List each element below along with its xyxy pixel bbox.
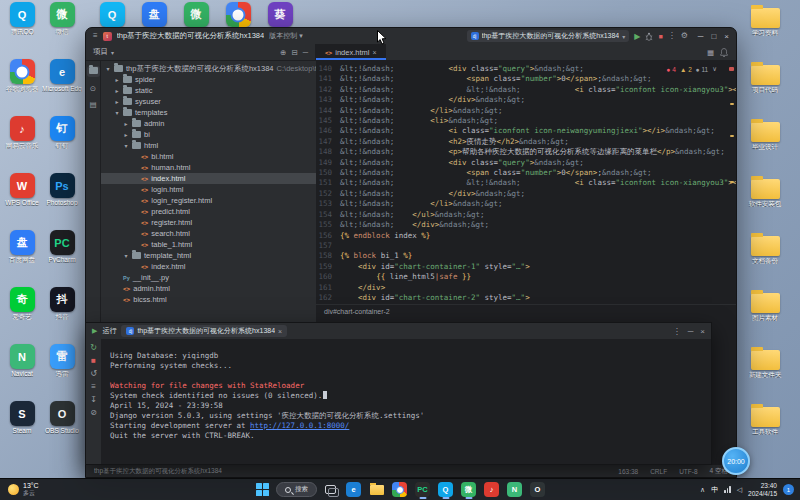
code-line[interactable]: 148&lt;!&ndash; <p>帮助各种疾控大数据的可视化分析系统等边缘距… bbox=[316, 147, 736, 157]
run-console[interactable]: Using Database: yiqingdbPerforming syste… bbox=[102, 339, 711, 464]
tray-clock[interactable]: 23:40 2024/4/15 bbox=[748, 482, 777, 497]
stop-button[interactable]: ■ bbox=[658, 33, 662, 40]
taskbar-weather[interactable]: 13°C 多云 bbox=[0, 482, 47, 497]
inspections-widget[interactable]: ● 4 ▲ 2 ● 11 ∨ bbox=[664, 64, 720, 74]
code-line[interactable]: 161 </div> bbox=[316, 283, 736, 293]
tree-item-html[interactable]: ▾html bbox=[101, 140, 316, 151]
tree-item-table_1.html[interactable]: <>table_1.html bbox=[101, 239, 316, 250]
tree-item-search.html[interactable]: <>search.html bbox=[101, 228, 316, 239]
desktop-icon-微信[interactable]: 微微信 bbox=[42, 2, 82, 59]
tree-item-sysuser[interactable]: ▸sysuser bbox=[101, 96, 316, 107]
desktop-icon-抖音[interactable]: 抖抖音 bbox=[42, 287, 82, 344]
taskbar-navicat[interactable]: N bbox=[505, 480, 524, 499]
taskbar-music[interactable]: ♪ bbox=[482, 480, 501, 499]
run-tab[interactable]: dj thp基于疾控大数据的可视化分析系统hx1384 × bbox=[121, 325, 287, 337]
tree-item-human.html[interactable]: <>human.html bbox=[101, 162, 316, 173]
more-options-icon[interactable]: ⋮ bbox=[673, 327, 681, 336]
network-icon[interactable] bbox=[724, 486, 731, 493]
desktop-icon-PyCharm[interactable]: PCPyCharm bbox=[42, 230, 82, 287]
stop-icon[interactable]: ■ bbox=[91, 356, 96, 365]
error-stripe[interactable] bbox=[727, 61, 736, 304]
start-button[interactable] bbox=[253, 480, 272, 499]
desktop-icon-网易云音乐[interactable]: ♪网易云音乐 bbox=[2, 116, 42, 173]
line-separator[interactable]: CRLF bbox=[650, 468, 667, 475]
code-line[interactable]: 152&lt;!&ndash; </div>&ndash;&gt; bbox=[316, 189, 736, 199]
tree-item-static[interactable]: ▸static bbox=[101, 85, 316, 96]
maximize-button[interactable]: □ bbox=[711, 32, 716, 41]
file-encoding[interactable]: UTF-8 bbox=[679, 468, 697, 475]
run-button[interactable]: ▶ bbox=[634, 32, 640, 41]
desktop-icon-钉钉[interactable]: 钉钉钉 bbox=[42, 116, 82, 173]
code-line[interactable]: 143&lt;!&ndash; </div>&ndash;&gt; bbox=[316, 95, 736, 105]
debug-button[interactable] bbox=[645, 32, 653, 41]
settings-gear-icon[interactable]: ⚙ bbox=[681, 32, 688, 40]
code-line[interactable]: 154&lt;!&ndash; </ul>&ndash;&gt; bbox=[316, 210, 736, 220]
close-button[interactable]: × bbox=[724, 32, 729, 41]
status-project-name[interactable]: thp基于疾控大数据的可视化分析系统hx1384 bbox=[94, 467, 222, 476]
console-link[interactable]: http://127.0.0.1:8000/ bbox=[250, 421, 349, 430]
tree-item-template_html[interactable]: ▾template_html bbox=[101, 250, 316, 261]
volume-icon[interactable]: ◁ bbox=[737, 486, 742, 494]
code-line[interactable]: 142&lt;!&ndash; &lt;!&ndash; <i class="i… bbox=[316, 85, 736, 95]
tree-item-bi[interactable]: ▸bi bbox=[101, 129, 316, 140]
code-line[interactable]: 158{% block bi_1 %} bbox=[316, 251, 736, 261]
restart-server-icon[interactable]: ↺ bbox=[90, 369, 97, 378]
code-line[interactable]: 156{% endblock index %} bbox=[316, 231, 736, 241]
taskbar-wechat[interactable]: 微 bbox=[459, 480, 478, 499]
code-area[interactable]: 140&lt;!&ndash; <div class="query">&ndas… bbox=[316, 61, 736, 304]
tree-item-templates[interactable]: ▾templates bbox=[101, 107, 316, 118]
tree-item-spider[interactable]: ▸spider bbox=[101, 74, 316, 85]
recording-timer[interactable]: 20:00 bbox=[722, 447, 750, 475]
ide-titlebar[interactable]: ≡ t thp基于疾控大数据的可视化分析系统hx1384 版本控制 ▾ dj t… bbox=[86, 28, 736, 44]
code-line[interactable]: 144&lt;!&ndash; </li>&ndash;&gt; bbox=[316, 106, 736, 116]
taskbar-qq[interactable]: Q bbox=[436, 480, 455, 499]
editor-tab-index-html[interactable]: <> index.html × bbox=[316, 44, 387, 60]
split-editor-icon[interactable]: ▦ bbox=[707, 48, 714, 57]
tree-item-admin[interactable]: ▸admin bbox=[101, 118, 316, 129]
chevron-down-icon[interactable]: ∨ bbox=[712, 65, 717, 73]
rerun-icon[interactable]: ↻ bbox=[90, 343, 97, 352]
tree-item-predict.html[interactable]: <>predict.html bbox=[101, 206, 316, 217]
caret-position[interactable]: 163:38 bbox=[618, 468, 638, 475]
tree-item-bi.html[interactable]: <>bi.html bbox=[101, 151, 316, 162]
tree-item-__init__.py[interactable]: Py__init__.py bbox=[101, 272, 316, 283]
desktop-icon-百度网盘[interactable]: 盘百度网盘 bbox=[2, 230, 42, 287]
main-menu-icon[interactable]: ≡ bbox=[93, 32, 98, 40]
scroll-to-end-icon[interactable]: ↧ bbox=[90, 395, 97, 404]
options-icon[interactable]: ≡ bbox=[91, 382, 96, 391]
desktop-icon-谷歌浏览器[interactable]: 谷歌浏览器 bbox=[2, 59, 42, 116]
desktop-folder-软件安装包[interactable]: 软件安装包 bbox=[745, 175, 785, 232]
code-line[interactable]: 157 bbox=[316, 241, 736, 251]
collapse-all-icon[interactable]: ⊟ bbox=[291, 48, 297, 57]
code-line[interactable]: 151&lt;!&ndash; &lt;!&ndash; <i class="i… bbox=[316, 178, 736, 188]
tab-close-icon[interactable]: × bbox=[372, 49, 376, 56]
code-line[interactable]: 141&lt;!&ndash; <span class="number">0</… bbox=[316, 74, 736, 84]
code-line[interactable]: 160 {{ line_html5|safe }} bbox=[316, 272, 736, 282]
vcs-widget[interactable]: 版本控制 ▾ bbox=[269, 31, 302, 41]
tree-item-index.html[interactable]: <>index.html bbox=[101, 173, 316, 184]
taskbar-search[interactable]: 搜索 bbox=[276, 482, 317, 497]
task-view-button[interactable] bbox=[321, 480, 340, 499]
desktop-folder-图片素材[interactable]: 图片素材 bbox=[745, 289, 785, 346]
code-line[interactable]: 150&lt;!&ndash; <span class="number">0</… bbox=[316, 168, 736, 178]
code-line[interactable]: 159 <div id="chart-container-1" style="…… bbox=[316, 262, 736, 272]
desktop-folder-毕业设计[interactable]: 毕业设计 bbox=[745, 118, 785, 175]
minimize-icon[interactable]: ─ bbox=[688, 327, 694, 336]
tree-item-admin.html[interactable]: <>admin.html bbox=[101, 283, 316, 294]
ime-indicator[interactable]: 中 bbox=[711, 485, 718, 495]
code-line[interactable]: 147&lt;!&ndash; <h2>疫情走势</h2>&ndash;&gt; bbox=[316, 137, 736, 147]
structure-toolwindow-icon[interactable]: ▤ bbox=[89, 100, 96, 109]
desktop-icon-爱奇艺[interactable]: 奇爱奇艺 bbox=[2, 287, 42, 344]
desktop-icon-Photoshop[interactable]: PsPhotoshop bbox=[42, 173, 82, 230]
project-toolwindow-icon[interactable] bbox=[87, 66, 100, 77]
run-config-selector[interactable]: dj thp基于疾控大数据的可视化分析系统hx1384 ▾ bbox=[467, 30, 630, 42]
tree-item-bicss.html[interactable]: <>bicss.html bbox=[101, 294, 316, 305]
notifications-bell-icon[interactable] bbox=[720, 48, 728, 57]
tray-expand-icon[interactable]: ∧ bbox=[700, 486, 705, 494]
tree-item-login_register.html[interactable]: <>login_register.html bbox=[101, 195, 316, 206]
code-line[interactable]: 155&lt;!&ndash; </div>&ndash;&gt; bbox=[316, 220, 736, 230]
run-tab-close-icon[interactable]: × bbox=[278, 328, 282, 335]
desktop-folder-学习资料[interactable]: 学习资料 bbox=[745, 4, 785, 61]
taskbar-obs[interactable]: O bbox=[528, 480, 547, 499]
code-line[interactable]: 153&lt;!&ndash; </li>&ndash;&gt; bbox=[316, 199, 736, 209]
